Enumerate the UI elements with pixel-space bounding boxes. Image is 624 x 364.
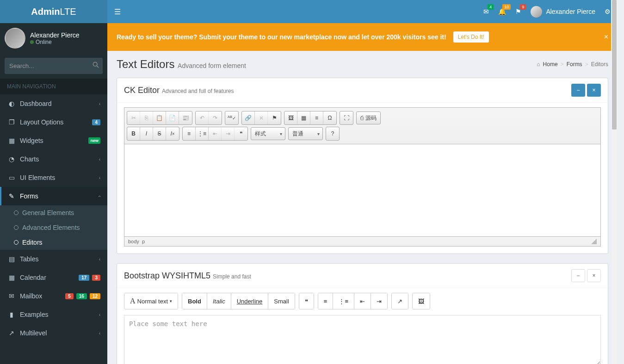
topbar-username: Alexander Pierce — [546, 8, 595, 15]
nav-layout[interactable]: ❐Layout Options4 — [0, 113, 107, 131]
ck-specialchar-icon[interactable]: Ω — [323, 111, 336, 124]
nav-header: MAIN NAVIGATION — [0, 79, 107, 94]
wys-ul-button[interactable]: ≡ — [318, 293, 334, 309]
box-remove-button[interactable]: × — [587, 269, 601, 282]
ck-path-p[interactable]: p — [142, 239, 145, 244]
badge-bell: 10 — [502, 4, 511, 10]
ck-anchor-icon[interactable]: ⚑ — [268, 111, 281, 124]
gauge-icon: ◐ — [7, 100, 16, 107]
ck-removeformat-icon[interactable]: I× — [166, 127, 179, 140]
ck-bold-icon[interactable]: B — [127, 127, 140, 140]
wys-toolbar: ANormal text ▾ Bold Italic Underline Sma… — [124, 293, 601, 309]
tasks-toggle[interactable]: ⚑9 — [515, 8, 521, 15]
files-icon: ❐ — [7, 118, 16, 126]
share-icon: ↗ — [7, 329, 16, 337]
wys-outdent-button[interactable]: ⇤ — [354, 293, 371, 309]
ck-styles-select[interactable]: 样式 — [251, 127, 285, 140]
ck-link-icon[interactable]: 🔗 — [242, 111, 255, 124]
chevron-left-icon: ‹ — [99, 175, 100, 180]
wys-underline-button[interactable]: Underline — [231, 293, 269, 309]
ck-paste-text-icon[interactable]: 📄 — [166, 111, 179, 124]
user-menu[interactable]: Alexander Pierce — [531, 6, 595, 18]
nav-ui[interactable]: ▭UI Elements‹ — [0, 168, 107, 187]
nav-mailbox[interactable]: ✉Mailbox51612 — [0, 287, 107, 305]
nav-tables[interactable]: ▤Tables‹ — [0, 250, 107, 268]
user-panel: Alexander Pierce Online — [0, 23, 107, 53]
ck-image-icon[interactable]: 🖼 — [284, 111, 297, 124]
close-icon[interactable]: × — [604, 33, 608, 41]
ck-undo-icon[interactable]: ↶ — [196, 111, 209, 124]
wys-small-button[interactable]: Small — [268, 293, 295, 309]
sidebar: AdminLTE Alexander Pierce Online MAIN NA… — [0, 0, 107, 364]
svg-point-0 — [93, 62, 97, 66]
ck-blockquote-icon[interactable]: ❝ — [235, 127, 247, 140]
nav-forms[interactable]: ✎Forms‹ — [0, 187, 107, 205]
banner-cta-button[interactable]: Let's Do It! — [453, 31, 489, 43]
ck-bulletlist-icon[interactable]: ⋮≡ — [196, 127, 209, 140]
nav-dashboard[interactable]: ◐Dashboard‹ — [0, 94, 107, 113]
wys-indent-button[interactable]: ⇥ — [371, 293, 387, 309]
notifications-toggle[interactable]: 🔔10 — [498, 8, 506, 15]
ck-about-icon[interactable]: ? — [326, 127, 339, 140]
subnav-advanced[interactable]: Advanced Elements — [0, 220, 107, 235]
box-remove-button[interactable]: × — [587, 84, 601, 97]
ck-unlink-icon[interactable]: ⤫ — [255, 111, 268, 124]
brand-logo[interactable]: AdminLTE — [0, 0, 107, 23]
circle-icon — [14, 240, 19, 245]
messages-toggle[interactable]: ✉4 — [483, 8, 489, 15]
ck-source-button[interactable]: ⎙源码 — [356, 111, 381, 124]
wys-image-button[interactable]: 🖼 — [413, 293, 430, 309]
nav-charts[interactable]: ◔Charts‹ — [0, 150, 107, 168]
search-input[interactable] — [5, 58, 103, 74]
ck-toolbar: ✂ ⎘ 📋 📄 📰 ↶ ↷ ᴬᴮ✓ — [124, 108, 600, 144]
ck-table-icon[interactable]: ▦ — [297, 111, 310, 124]
box-collapse-button[interactable]: − — [571, 84, 585, 97]
ck-copy-icon[interactable]: ⎘ — [140, 111, 153, 124]
nav-widgets[interactable]: ▦Widgetsnew — [0, 131, 107, 150]
ck-format-select[interactable]: 普通 — [288, 127, 323, 140]
settings-toggle[interactable]: ⚙ — [605, 8, 611, 15]
ck-strike-icon[interactable]: S — [153, 127, 166, 140]
ck-redo-icon[interactable]: ↷ — [209, 111, 222, 124]
ck-editing-area[interactable] — [124, 144, 600, 237]
nav-calendar[interactable]: ▦Calendar173 — [0, 268, 107, 287]
nav-examples[interactable]: ▮Examples‹ — [0, 305, 107, 324]
wys-ol-button[interactable]: ⋮≡ — [333, 293, 354, 309]
font-icon: A — [130, 297, 136, 305]
subnav-general[interactable]: General Elements — [0, 205, 107, 220]
ck-spellcheck-icon[interactable]: ᴬᴮ✓ — [225, 111, 238, 124]
ck-numberedlist-icon[interactable]: ≡ — [183, 127, 196, 140]
ck-paste-icon[interactable]: 📋 — [153, 111, 166, 124]
edit-icon: ✎ — [7, 192, 16, 200]
ck-italic-icon[interactable]: I — [140, 127, 153, 140]
breadcrumb-home[interactable]: Home — [543, 61, 558, 68]
wys-link-button[interactable]: ↗ — [392, 293, 408, 309]
scrollbar-thumb[interactable] — [612, 0, 617, 130]
breadcrumb-forms[interactable]: Forms — [567, 61, 582, 68]
nav-menu: ◐Dashboard‹ ❐Layout Options4 ▦Widgetsnew… — [0, 94, 107, 364]
ck-hr-icon[interactable]: ≡ — [310, 111, 323, 124]
ck-resizer[interactable] — [591, 239, 597, 244]
ck-cut-icon[interactable]: ✂ — [127, 111, 140, 124]
menu-toggle[interactable]: ☰ — [114, 7, 121, 16]
ck-path-body[interactable]: body — [128, 239, 139, 244]
source-icon: ⎙ — [360, 115, 364, 121]
subnav-editors[interactable]: Editors — [0, 235, 107, 250]
ck-outdent-icon[interactable]: ⇤ — [209, 127, 222, 140]
wys-textarea[interactable] — [124, 315, 601, 364]
wys-bold-button[interactable]: Bold — [182, 293, 207, 309]
ck-indent-icon[interactable]: ⇥ — [222, 127, 235, 140]
pie-icon: ◔ — [7, 155, 16, 163]
circle-icon — [14, 210, 19, 215]
chevron-left-icon: ‹ — [99, 312, 100, 317]
scrollbar[interactable] — [611, 0, 618, 364]
box-collapse-button[interactable]: − — [571, 269, 585, 282]
search-icon[interactable] — [93, 62, 99, 69]
wys-font-dropdown[interactable]: ANormal text ▾ — [124, 293, 178, 309]
wys-italic-button[interactable]: Italic — [207, 293, 231, 309]
ck-paste-word-icon[interactable]: 📰 — [179, 111, 192, 124]
wys-blockquote-button[interactable]: ❝ — [299, 293, 314, 309]
nav-multilevel[interactable]: ↗Multilevel‹ — [0, 324, 107, 342]
chevron-left-icon: ‹ — [99, 101, 100, 106]
ck-maximize-icon[interactable]: ⛶ — [340, 111, 353, 124]
